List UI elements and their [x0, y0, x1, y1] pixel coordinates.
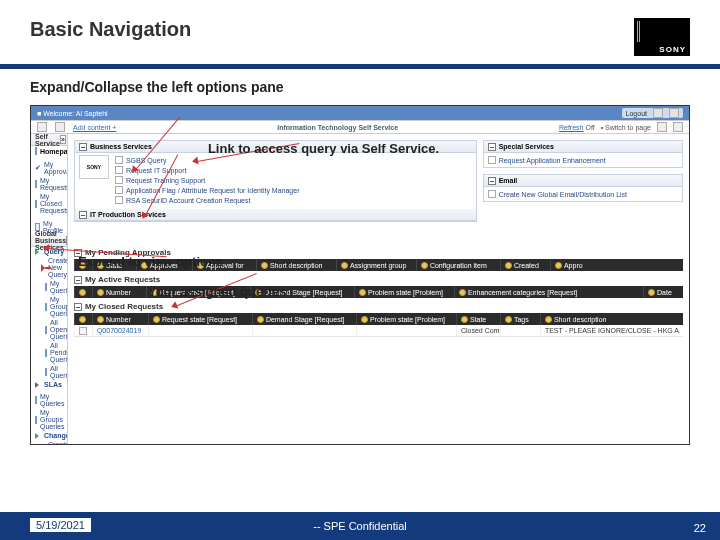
sidebar-item-homepage[interactable]: Homepage [31, 146, 67, 156]
sidebar-item-all-open-queries[interactable]: All Open Queries [31, 318, 67, 341]
refresh-link[interactable]: Refresh [559, 124, 584, 131]
arrow-head-icon [191, 157, 198, 166]
group-collapse-button[interactable]: » [60, 135, 66, 144]
bell-icon[interactable] [657, 122, 667, 132]
table-header-pending: State Approver Approval for Short descri… [74, 259, 683, 271]
sidebar-group-self-service[interactable]: Self Service » [31, 134, 67, 146]
page-title: Information Technology Self Service [277, 124, 398, 131]
collapse-icon-2[interactable] [79, 211, 87, 219]
sidebar-collapse-toggle-2[interactable] [55, 122, 65, 132]
collapse-icon-4[interactable] [488, 177, 496, 185]
collapse-icon-3[interactable] [488, 143, 496, 151]
gear-icon[interactable] [79, 316, 86, 323]
table-title-closed: My Closed Requests [74, 302, 683, 311]
row-state: Closed Complete [456, 325, 500, 336]
slide-title: Basic Navigation [30, 18, 191, 41]
slide-subtitle: Expand/Collapse the left options pane [30, 79, 690, 95]
svc-training-support[interactable]: Request Training Support [115, 175, 472, 185]
table-title-active: My Active Requests [74, 275, 683, 284]
table-header-active: Number Request state [Request] Demand St… [74, 286, 683, 298]
edit-row-icon[interactable] [79, 327, 87, 335]
panel-business-services: Business Services SONY SGBS Query Reques… [74, 140, 477, 222]
row-short-description: TEST - PLEASE IGNORE/CLOSE - HKG A [540, 325, 683, 336]
slide-footer: -- SPE Confidential 22 [0, 512, 720, 540]
table-row[interactable]: Q0070024019 Closed Complete TEST - PLEAS… [74, 325, 683, 337]
panel-header-email[interactable]: Email [484, 175, 682, 187]
row-number[interactable]: Q0070024019 [92, 325, 148, 336]
logout-link[interactable]: Logout [626, 110, 647, 117]
footer-page-number: 22 [694, 522, 706, 534]
svc-request-enhancement[interactable]: Request Application Enhancement [488, 155, 678, 165]
svc-app-flag[interactable]: Application Flag / Attribute Request for… [115, 185, 472, 195]
arrow-head-icon [43, 244, 50, 252]
screenshot-container: ■ Welcome: Al Saptehi Logout Add content… [30, 105, 690, 445]
svc-sgbs-query[interactable]: SGBS Query [115, 155, 472, 165]
sidebar-item-all-pending-queries[interactable]: All Pending Queries [31, 341, 67, 364]
gear-icon[interactable] [673, 122, 683, 132]
panel-header-special[interactable]: Special Services [484, 141, 682, 153]
left-options-pane: Self Service » Homepage ✔ My Approvals M… [31, 134, 68, 444]
sidebar-item-my-groups-queries[interactable]: My Groups Queries [31, 295, 67, 318]
sidebar-collapse-toggle[interactable] [37, 122, 47, 132]
panel-special-services: Special Services Request Application Enh… [483, 140, 683, 168]
refresh-state: Off [585, 124, 594, 131]
svc-global-email-list[interactable]: Create New Global Email/Distribution Lis… [488, 189, 678, 199]
welcome-text: ■ Welcome: Al Saptehi [37, 110, 108, 117]
sidebar-item-my-approvals[interactable]: ✔ My Approvals [31, 160, 67, 176]
collapse-icon[interactable] [79, 143, 87, 151]
sidebar-tree-slas[interactable]: SLAs [31, 380, 67, 389]
footer-confidential: -- SPE Confidential [14, 520, 706, 532]
sony-pictures-chip: SONY [79, 155, 109, 179]
gear-icon[interactable] [79, 262, 86, 269]
footer-date: 5/19/2021 [30, 518, 91, 532]
sidebar-item-create-new-query[interactable]: Create New Query [31, 256, 67, 279]
app-sub-bar: Add content + Information Technology Sel… [31, 120, 689, 134]
sidebar-item-my-queries[interactable]: My Queries [31, 279, 67, 295]
sidebar-item-create-new-change[interactable]: Create New [31, 440, 67, 444]
sidebar-item-my-requests[interactable]: My Requests [31, 176, 67, 192]
gear-icon[interactable] [79, 289, 86, 296]
toolbar-icon-1[interactable] [653, 108, 663, 118]
panel-email: Email Create New Global Email/Distributi… [483, 174, 683, 202]
sidebar-item-my-closed-requests[interactable]: My Closed Requests [31, 192, 67, 215]
toolbar-icon-2[interactable] [669, 108, 679, 118]
svc-rsa[interactable]: RSA SecurID Account Creation Request [115, 195, 472, 205]
sidebar-item-my-queries-2[interactable]: My Queries [31, 392, 67, 408]
sony-logo: SONY [634, 18, 690, 56]
switch-page-link[interactable]: Switch to page [605, 124, 651, 131]
table-header-closed: Number Request state [Request] Demand St… [74, 313, 683, 325]
main-content: Business Services SONY SGBS Query Reques… [68, 134, 689, 444]
sidebar-item-my-groups-queries-2[interactable]: My Groups Queries [31, 408, 67, 431]
panel-header-it-production[interactable]: IT Production Services [75, 209, 476, 221]
sidebar-item-all-queries[interactable]: All Queries [31, 364, 67, 380]
sony-logo-text: SONY [659, 45, 686, 54]
sidebar-tree-change[interactable]: Change [31, 431, 67, 440]
app-top-bar: ■ Welcome: Al Saptehi Logout [31, 106, 689, 120]
add-content-link[interactable]: Add content + [73, 124, 116, 131]
